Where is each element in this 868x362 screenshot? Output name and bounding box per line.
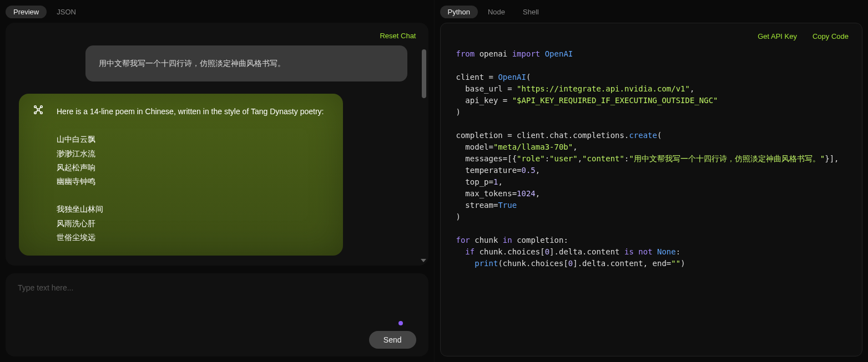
status-dot-icon xyxy=(398,321,403,325)
expr-choices: chunk.choices[ xyxy=(480,247,545,256)
val-role: "user" xyxy=(549,154,578,163)
fn-print: print xyxy=(475,259,498,268)
print-arg-open: (chunk.choices[ xyxy=(498,259,568,268)
code-pane: Python Node Shell Get API Key Copy Code … xyxy=(435,0,869,362)
tab-preview[interactable]: Preview xyxy=(6,6,47,18)
var-completion: completion xyxy=(456,131,503,140)
send-button[interactable]: Send xyxy=(369,331,416,349)
arg-stream: stream= xyxy=(465,201,498,210)
val-api-key: "$API_KEY_REQUIRED_IF_EXECUTING_OUTSIDE_… xyxy=(512,96,718,105)
tab-python[interactable]: Python xyxy=(440,6,478,18)
paren-close: ) xyxy=(680,259,685,268)
key-role: "role" xyxy=(517,154,545,163)
reset-chat-button[interactable]: Reset Chat xyxy=(380,32,416,40)
expr-delta: ].delta.content xyxy=(549,247,619,256)
var-chunk: chunk xyxy=(475,236,498,244)
arg-api-key: api_key xyxy=(465,96,498,105)
ai-message-body: Here is a 14-line poem in Chinese, writt… xyxy=(57,105,330,244)
val-base-url: "https://integrate.api.nvidia.com/v1" xyxy=(517,84,690,93)
ai-avatar-icon xyxy=(32,104,44,116)
messages-list: 用中文帮我写一个十四行诗，仿照淡定神曲风格书写。 Here is a 14-li… xyxy=(6,42,428,266)
svg-point-2 xyxy=(34,112,37,114)
kw-import: import xyxy=(512,49,541,58)
ctor-openai: OpenAI xyxy=(498,73,526,81)
composer-footer: Send xyxy=(18,331,416,349)
arg-temperature: temperature= xyxy=(465,166,521,175)
val-none: None xyxy=(657,247,676,256)
svg-point-1 xyxy=(41,106,43,108)
val-content: "用中文帮我写一个十四行诗，仿照淡定神曲风格书写。" xyxy=(629,154,825,163)
copy-code-button[interactable]: Copy Code xyxy=(813,32,849,40)
call-chain: client.chat.completions. xyxy=(517,131,629,140)
module-openai: openai xyxy=(480,49,508,58)
kw-not: not xyxy=(638,247,652,256)
svg-point-4 xyxy=(37,109,39,111)
arg-top-p: top_p= xyxy=(465,177,493,186)
tab-shell[interactable]: Shell xyxy=(515,6,547,18)
svg-point-0 xyxy=(34,106,37,108)
tab-json[interactable]: JSON xyxy=(49,6,84,18)
arg-model: model= xyxy=(465,142,493,151)
val-max-tokens: 1024 xyxy=(517,189,536,198)
val-model: "meta/llama3-70b" xyxy=(493,142,573,151)
user-message: 用中文帮我写一个十四行诗，仿照淡定神曲风格书写。 xyxy=(85,45,407,81)
code-block[interactable]: from openai import OpenAI client = OpenA… xyxy=(441,44,862,356)
left-tabs: Preview JSON xyxy=(6,6,428,23)
kw-for: for xyxy=(456,236,470,244)
chat-container: Reset Chat 用中文帮我写一个十四行诗，仿照淡定神曲风格书写。 Here… xyxy=(6,23,428,266)
kw-from: from xyxy=(456,49,475,58)
val-top-p: 1 xyxy=(493,177,498,186)
arg-base-url: base_url xyxy=(465,84,502,93)
arg-max-tokens: max_tokens= xyxy=(465,189,517,198)
num-zero: 0 xyxy=(545,247,549,256)
val-stream: True xyxy=(498,201,517,210)
var-client: client xyxy=(456,73,485,81)
kw-in: in xyxy=(503,236,512,244)
svg-point-3 xyxy=(41,112,43,114)
arg-messages: messages=[{ xyxy=(465,154,517,163)
ai-message: Here is a 14-line poem in Chinese, writt… xyxy=(19,94,343,256)
chat-header: Reset Chat xyxy=(6,23,428,42)
composer: Send xyxy=(6,273,428,356)
scroll-down-icon[interactable] xyxy=(421,259,426,262)
scrollbar-thumb[interactable] xyxy=(422,49,426,98)
preview-pane: Preview JSON Reset Chat 用中文帮我写一个十四行诗，仿照淡… xyxy=(0,0,435,362)
num-zero-2: 0 xyxy=(568,259,573,268)
composer-input[interactable] xyxy=(18,283,416,331)
kw-if: if xyxy=(465,247,475,256)
code-container: Get API Key Copy Code from openai import… xyxy=(440,23,863,356)
tab-node[interactable]: Node xyxy=(480,6,513,18)
var-completion-2: completion xyxy=(517,236,563,244)
right-tabs: Python Node Shell xyxy=(440,6,863,23)
code-toolbar: Get API Key Copy Code xyxy=(441,23,862,44)
key-content: "content" xyxy=(582,154,624,163)
get-api-key-button[interactable]: Get API Key xyxy=(758,32,797,40)
val-empty: "" xyxy=(671,259,680,268)
kw-is: is xyxy=(624,247,634,256)
class-openai: OpenAI xyxy=(545,49,573,58)
fn-create: create xyxy=(629,131,657,140)
val-temperature: 0.5 xyxy=(522,166,536,175)
print-arg-tail: ].delta.content, end= xyxy=(573,259,671,268)
